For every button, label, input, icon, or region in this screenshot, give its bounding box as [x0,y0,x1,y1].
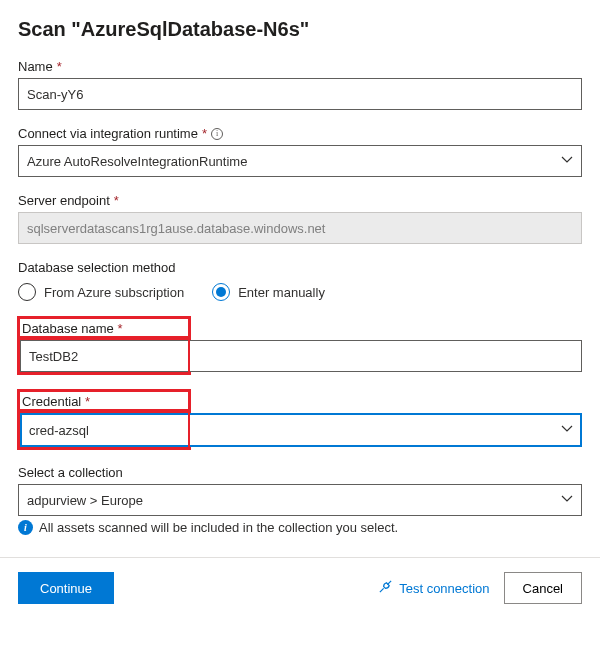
test-connection-button[interactable]: Test connection [378,579,489,597]
dialog-title: Scan "AzureSqlDatabase-N6s" [18,18,582,41]
credential-label: Credential [22,394,81,409]
name-label: Name [18,59,53,74]
dbmethod-radiogroup: From Azure subscription Enter manually [18,283,582,301]
required-asterisk: * [57,59,62,74]
chevron-down-icon [561,493,573,508]
cancel-button[interactable]: Cancel [504,572,582,604]
radio-label: From Azure subscription [44,285,184,300]
chevron-down-icon [561,154,573,169]
radio-icon [212,283,230,301]
required-asterisk: * [85,394,90,409]
credential-select-left[interactable]: cred-azsql [20,413,188,447]
radio-label: Enter manually [238,285,325,300]
endpoint-label: Server endpoint [18,193,110,208]
radio-icon [18,283,36,301]
credential-value: cred-azsql [29,423,89,438]
test-connection-label: Test connection [399,581,489,596]
name-input[interactable] [18,78,582,110]
dbname-label: Database name [22,321,114,336]
info-icon: i [18,520,33,535]
plug-icon [378,579,393,597]
required-asterisk: * [114,193,119,208]
dbname-input[interactable] [20,340,188,372]
runtime-label: Connect via integration runtime [18,126,198,141]
credential-select-right[interactable] [190,413,582,447]
collection-select[interactable]: adpurview > Europe [18,484,582,516]
collection-hint: All assets scanned will be included in t… [39,520,398,535]
info-icon[interactable]: i [211,128,223,140]
collection-label: Select a collection [18,465,123,480]
runtime-value: Azure AutoResolveIntegrationRuntime [27,154,247,169]
required-asterisk: * [117,321,122,336]
collection-value: adpurview > Europe [27,493,143,508]
endpoint-input: sqlserverdatascans1rg1ause.database.wind… [18,212,582,244]
dbname-input-extend[interactable] [190,340,582,372]
radio-enter-manually[interactable]: Enter manually [212,283,325,301]
continue-button[interactable]: Continue [18,572,114,604]
radio-from-subscription[interactable]: From Azure subscription [18,283,184,301]
required-asterisk: * [202,126,207,141]
endpoint-value: sqlserverdatascans1rg1ause.database.wind… [27,221,325,236]
dbmethod-label: Database selection method [18,260,176,275]
runtime-select[interactable]: Azure AutoResolveIntegrationRuntime [18,145,582,177]
chevron-down-icon [561,423,573,438]
divider [0,557,600,558]
